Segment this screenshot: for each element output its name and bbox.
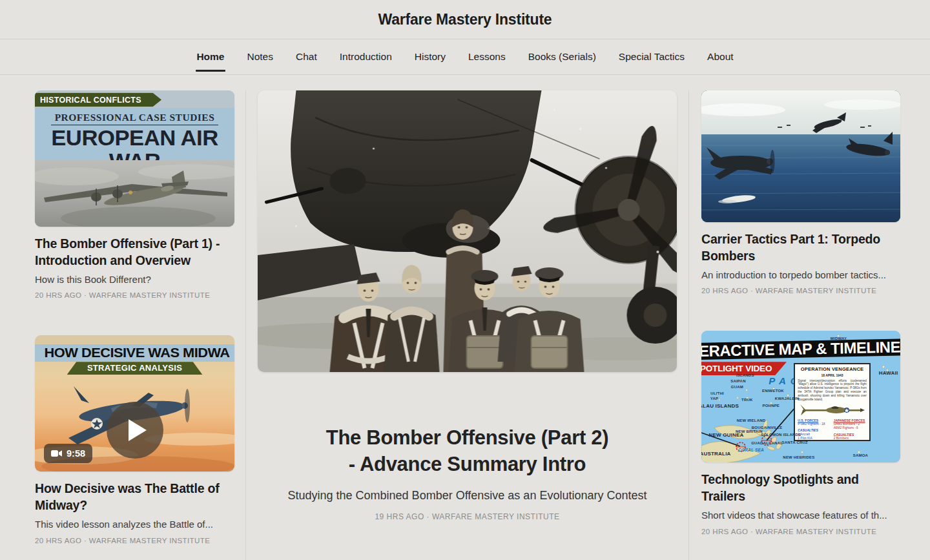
- cover-heading: PROFESSIONAL CASE STUDIES: [51, 112, 219, 125]
- post-subtitle: Short videos that showcase features of t…: [701, 509, 900, 522]
- p38-lightning-illustration: [799, 403, 866, 417]
- video-ribbon: STRATEGIC ANALYSIS: [67, 362, 203, 375]
- cover-photo-b17: [35, 160, 234, 227]
- post-meta: 20 HRS AGO · WARFARE MASTERY INSTITUTE: [701, 528, 900, 535]
- infobox-date: 18 APRIL 1943: [798, 373, 867, 378]
- infobox-line: P-38G Fighters - 18: [798, 422, 831, 426]
- post-meta: 20 HRS AGO · WARFARE MASTERY INSTITUTE: [35, 291, 234, 299]
- featured-thumbnail-bomber-crew[interactable]: [258, 90, 677, 372]
- post-subtitle: An introduction to torpedo bomber tactic…: [701, 269, 900, 282]
- featured-post-card[interactable]: The Bomber Offensive (Part 2) - Advance …: [258, 90, 677, 521]
- play-button[interactable]: [107, 402, 163, 459]
- right-column: Carrier Tactics Part 1: Torpedo Bombers …: [701, 90, 900, 535]
- nav-tab-about[interactable]: About: [707, 41, 734, 73]
- post-title: Technology Spotlights and Trailers: [701, 472, 900, 505]
- post-card-midway-video[interactable]: HOW DECISIVE WAS MIDWA STRATEGIC ANALYSI…: [35, 335, 234, 544]
- cover-banner: HISTORICAL CONFLICTS: [35, 92, 161, 107]
- video-band-title: HOW DECISIVE WAS MIDWA: [35, 344, 234, 362]
- jp-casualties-lines: 2 BombersADM Isoroku Yamamoto: [834, 437, 867, 441]
- post-thumbnail-torpedo-bombers[interactable]: [701, 90, 900, 222]
- post-card-carrier-tactics[interactable]: Carrier Tactics Part 1: Torpedo Bombers …: [701, 90, 900, 295]
- jp-forces-lines: G4M1 Bombers - 2A6M2 Fighters - 6: [834, 422, 867, 430]
- video-thumbnail-midway[interactable]: HOW DECISIVE WAS MIDWA STRATEGIC ANALYSI…: [35, 335, 234, 472]
- post-card-technology-spotlights[interactable]: PACI ERACTIVE MAP & TIMELINE POTLIGHT VI…: [701, 331, 900, 535]
- cover-banner-row: HISTORICAL CONFLICTS: [35, 90, 234, 108]
- post-card-bomber-offensive-part1[interactable]: HISTORICAL CONFLICTS PROFESSIONAL CASE S…: [35, 90, 234, 299]
- nav-tab-home[interactable]: Home: [196, 41, 225, 73]
- infobox-body: Signal intercept/decryption efforts (cod…: [798, 379, 867, 402]
- post-subtitle: How is this Book Different?: [35, 273, 234, 286]
- map-red-ribbon: POTLIGHT VIDEO: [701, 362, 787, 375]
- play-icon: [129, 419, 147, 441]
- column-divider: [688, 90, 689, 560]
- video-duration: 9:58: [67, 448, 85, 459]
- infobox-title: OPERATION VENGEANCE: [798, 366, 867, 373]
- post-thumbnail-map-timeline[interactable]: PACI ERACTIVE MAP & TIMELINE POTLIGHT VI…: [701, 331, 900, 462]
- publication-title[interactable]: Warfare Mastery Institute: [378, 11, 552, 28]
- nav-tab-notes[interactable]: Notes: [247, 41, 274, 73]
- featured-post-title[interactable]: The Bomber Offensive (Part 2) - Advance …: [326, 425, 610, 478]
- post-meta: 20 HRS AGO · WARFARE MASTERY INSTITUTE: [701, 287, 900, 295]
- infobox-line: 1 Pilot KIA: [798, 437, 831, 441]
- nav-tab-history[interactable]: History: [414, 41, 446, 73]
- post-thumbnail-european-air-war[interactable]: HISTORICAL CONFLICTS PROFESSIONAL CASE S…: [35, 90, 234, 227]
- infobox-line: A6M2 Fighters - 6: [834, 426, 867, 430]
- post-title: How Decisive was The Battle of Midway?: [35, 481, 234, 514]
- infobox-line: 2 Bombers: [834, 437, 867, 441]
- post-title: Carrier Tactics Part 1: Torpedo Bombers: [701, 231, 900, 265]
- video-duration-badge: 9:58: [44, 444, 92, 463]
- post-meta: 20 HRS AGO · WARFARE MASTERY INSTITUTE: [35, 537, 234, 544]
- nav-tab-books-serials[interactable]: Books (Serials): [528, 41, 597, 73]
- video-camera-icon: [51, 450, 62, 457]
- featured-post-meta: 19 HRS AGO · WARFARE MASTERY INSTITUTE: [258, 512, 677, 521]
- post-subtitle: This video lesson analyzes the Battle of…: [35, 518, 234, 531]
- featured-post-subtitle: Studying the Combined Bomber Offensive a…: [258, 489, 677, 503]
- nav-tab-chat[interactable]: Chat: [295, 41, 318, 73]
- operation-vengeance-infobox: OPERATION VENGEANCE 18 APRIL 1943 Signal…: [794, 363, 871, 441]
- nav-tab-introduction[interactable]: Introduction: [339, 41, 393, 73]
- video-sky-strip: [35, 335, 234, 344]
- us-forces-lines: P-38G Fighters - 18: [798, 422, 831, 426]
- nav-tab-special-tactics[interactable]: Special Tactics: [618, 41, 685, 73]
- nav-tabs: HomeNotesChatIntroductionHistoryLessonsB…: [0, 39, 930, 75]
- home-post-grid: HISTORICAL CONFLICTS PROFESSIONAL CASE S…: [0, 75, 930, 560]
- center-column: The Bomber Offensive (Part 2) - Advance …: [246, 90, 688, 521]
- left-column: HISTORICAL CONFLICTS PROFESSIONAL CASE S…: [35, 90, 234, 544]
- us-casualties-lines: 1 Aircraft1 Pilot KIA: [798, 433, 831, 441]
- site-header: Warfare Mastery Institute: [0, 0, 930, 39]
- nav-tab-lessons[interactable]: Lessons: [468, 41, 506, 73]
- post-title: The Bomber Offensive (Part 1) - Introduc…: [35, 236, 234, 269]
